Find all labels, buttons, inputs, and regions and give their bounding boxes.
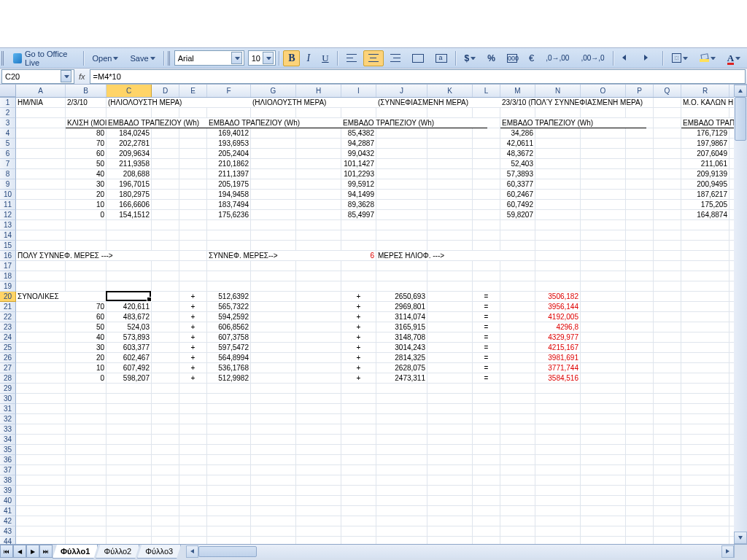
cell[interactable] — [500, 486, 535, 496]
cell-value[interactable]: 10 — [66, 363, 107, 373]
cell[interactable] — [296, 506, 341, 516]
cell[interactable] — [251, 424, 296, 435]
cell[interactable] — [500, 281, 535, 292]
cell[interactable] — [427, 292, 473, 302]
cell[interactable] — [376, 414, 427, 424]
cell-value[interactable]: 3506,182 — [535, 292, 581, 302]
cell-value[interactable]: = — [473, 373, 500, 384]
cell[interactable] — [654, 343, 681, 353]
cell[interactable] — [626, 128, 654, 139]
cell-value[interactable]: 154,1512 — [107, 210, 152, 220]
cell[interactable] — [152, 526, 179, 537]
cell[interactable] — [179, 496, 207, 506]
cell[interactable] — [296, 128, 341, 139]
cell[interactable] — [681, 445, 729, 455]
cell[interactable] — [581, 281, 626, 292]
cell[interactable] — [681, 108, 729, 118]
cell[interactable] — [581, 190, 626, 200]
cell[interactable] — [152, 128, 179, 139]
cell[interactable] — [500, 230, 535, 241]
cell[interactable] — [16, 241, 66, 251]
cell[interactable] — [179, 394, 207, 404]
cell-value[interactable]: 194,9458 — [207, 190, 251, 200]
comma-style-button[interactable]: 000 — [502, 50, 522, 66]
cell[interactable] — [626, 455, 654, 465]
cell[interactable] — [535, 271, 581, 281]
decrease-indent-button[interactable] — [617, 50, 638, 66]
cell[interactable] — [152, 486, 179, 496]
cell[interactable] — [152, 332, 179, 343]
cell-value[interactable]: Μ.Ο. ΚΑΛΩΝ ΗΜΕΡΩΝ — [681, 98, 734, 108]
cell[interactable] — [296, 363, 341, 373]
cell[interactable] — [296, 312, 341, 322]
cell-value[interactable]: 40 — [66, 169, 107, 179]
cell[interactable] — [207, 516, 251, 526]
cell[interactable] — [681, 220, 729, 230]
cell[interactable] — [179, 108, 207, 118]
cell[interactable] — [296, 302, 341, 312]
cell-value[interactable]: ΜΕΡΕΣ ΗΛΙΟΦ. ---> — [376, 251, 522, 261]
cell[interactable] — [376, 139, 427, 149]
cell[interactable] — [207, 435, 251, 445]
cell[interactable] — [16, 108, 66, 118]
cell[interactable] — [681, 353, 729, 363]
cell[interactable] — [341, 394, 376, 404]
cell[interactable] — [251, 200, 296, 210]
cell-value[interactable]: 176,7129 — [681, 128, 729, 139]
italic-button[interactable]: I — [301, 50, 315, 66]
cell[interactable] — [376, 537, 427, 544]
cell[interactable] — [296, 190, 341, 200]
cell[interactable] — [626, 353, 654, 363]
cell[interactable] — [473, 241, 500, 251]
cell[interactable] — [66, 475, 107, 486]
cell[interactable] — [500, 475, 535, 486]
cell[interactable] — [626, 384, 654, 394]
cell-value[interactable]: ΣΥΝΟΛΙΚΕΣ — [16, 292, 162, 302]
cell[interactable] — [681, 271, 729, 281]
cell[interactable] — [654, 302, 681, 312]
cell[interactable] — [681, 302, 729, 312]
row-header-18[interactable]: 18 — [0, 271, 16, 281]
cell[interactable] — [626, 230, 654, 241]
cell-value[interactable]: + — [179, 343, 207, 353]
cell-value[interactable]: 3114,074 — [376, 312, 427, 322]
cell[interactable] — [152, 281, 179, 292]
column-header-M[interactable]: M — [500, 85, 535, 97]
cell[interactable] — [66, 394, 107, 404]
cell[interactable] — [654, 435, 681, 445]
cell[interactable] — [654, 98, 681, 108]
cell[interactable] — [16, 506, 66, 516]
cell[interactable] — [179, 128, 207, 139]
cell[interactable] — [296, 220, 341, 230]
cell[interactable] — [66, 486, 107, 496]
cell[interactable] — [681, 486, 729, 496]
cell-value[interactable]: 99,0432 — [341, 149, 376, 159]
scroll-right-button[interactable] — [721, 545, 734, 558]
cell-value[interactable]: = — [473, 332, 500, 343]
cell[interactable] — [654, 394, 681, 404]
cell[interactable] — [626, 404, 654, 414]
cell[interactable] — [341, 271, 376, 281]
cells-area[interactable]: ΗΜ/ΝΙΑ2/3/10(ΗΛΙΟΛΟΥΣΤΗ ΜΕΡΑ)16/3/10(ΗΛΙ… — [16, 98, 734, 544]
cell[interactable] — [107, 414, 152, 424]
cell[interactable] — [581, 261, 626, 271]
cell[interactable] — [179, 414, 207, 424]
row-header-13[interactable]: 13 — [0, 220, 16, 230]
cell[interactable] — [341, 404, 376, 414]
cell[interactable] — [654, 292, 681, 302]
cell[interactable] — [207, 261, 251, 271]
cell[interactable] — [581, 537, 626, 544]
cell[interactable] — [207, 465, 251, 475]
row-header-42[interactable]: 42 — [0, 516, 16, 526]
cell[interactable] — [473, 139, 500, 149]
cell-value[interactable]: 2/3/10 — [66, 98, 107, 108]
sheet-tab-Φύλλο1[interactable]: Φύλλο1 — [53, 545, 98, 559]
cell[interactable] — [681, 435, 729, 445]
cell[interactable] — [16, 159, 66, 169]
cell-value[interactable]: 606,8562 — [207, 322, 251, 332]
row-header-16[interactable]: 16 — [0, 251, 16, 261]
cell[interactable] — [626, 343, 654, 353]
cell[interactable] — [626, 414, 654, 424]
select-all-corner[interactable] — [0, 85, 16, 97]
cell[interactable] — [500, 424, 535, 435]
